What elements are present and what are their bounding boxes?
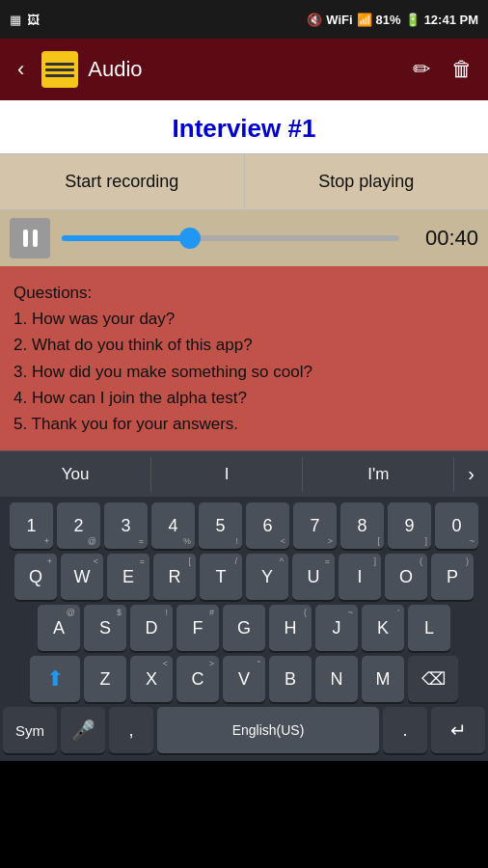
slider-thumb: [179, 228, 201, 249]
photo-icon: 🖼: [27, 13, 40, 27]
key-j[interactable]: ~J: [315, 605, 358, 651]
time: 12:41 PM: [424, 13, 478, 27]
key-1[interactable]: 1+: [10, 502, 53, 549]
asdf-row: @A $S !D #F G (H ~J 'K L: [3, 605, 485, 651]
key-w[interactable]: <W: [61, 554, 103, 600]
delete-icon[interactable]: 🗑: [446, 51, 478, 88]
playback-row: 00:40: [0, 209, 488, 266]
key-v[interactable]: "V: [223, 656, 265, 702]
mic-icon: 🎤: [71, 719, 95, 742]
notification-icon: ▦: [10, 13, 21, 27]
app-title: Audio: [88, 57, 407, 82]
period-button[interactable]: .: [383, 707, 427, 753]
key-e[interactable]: =E: [107, 554, 149, 600]
enter-button[interactable]: ↵: [431, 707, 485, 753]
questions-text: Questions: 1. How was your day? 2. What …: [14, 280, 474, 437]
key-f[interactable]: #F: [176, 605, 219, 651]
space-button[interactable]: English(US): [157, 707, 379, 753]
key-x[interactable]: <X: [130, 656, 173, 702]
key-s[interactable]: $S: [84, 605, 126, 651]
key-i[interactable]: ]I: [339, 554, 381, 600]
qwerty-row: +Q <W =E [R /T ^Y =U ]I (O )P: [3, 554, 485, 600]
keyboard: 1+ 2@ 3= 4% 5! 6< 7> 8[ 9] 0~ +Q <W =E […: [0, 497, 488, 761]
battery-icon: 🔋: [405, 13, 420, 27]
key-2[interactable]: 2@: [57, 502, 100, 549]
questions-area: Questions: 1. How was your day? 2. What …: [0, 266, 488, 450]
buttons-row: Start recording Stop playing: [0, 153, 488, 209]
sym-button[interactable]: Sym: [3, 707, 57, 753]
start-recording-button[interactable]: Start recording: [0, 154, 245, 209]
bottom-row: Sym 🎤 , English(US) . ↵: [3, 707, 485, 753]
key-q[interactable]: +Q: [14, 554, 57, 600]
status-icons: ▦ 🖼: [10, 13, 40, 27]
autocomplete-im[interactable]: I'm: [303, 457, 454, 492]
key-p[interactable]: )P: [431, 554, 474, 600]
key-d[interactable]: !D: [130, 605, 173, 651]
app-icon: [41, 51, 78, 88]
key-g[interactable]: G: [223, 605, 265, 651]
key-l[interactable]: L: [408, 605, 450, 651]
number-row: 1+ 2@ 3= 4% 5! 6< 7> 8[ 9] 0~: [3, 502, 485, 549]
interview-title: Interview #1: [0, 100, 488, 153]
key-y[interactable]: ^Y: [246, 554, 288, 600]
pause-button[interactable]: [10, 218, 50, 258]
backspace-button[interactable]: ⌫: [408, 656, 458, 702]
playback-slider[interactable]: [62, 235, 399, 241]
comma-button[interactable]: ,: [109, 707, 153, 753]
key-t[interactable]: /T: [200, 554, 242, 600]
back-button[interactable]: ‹: [10, 49, 32, 90]
autocomplete-arrow[interactable]: ›: [454, 455, 488, 493]
status-bar: ▦ 🖼 🔇 WiFi 📶 81% 🔋 12:41 PM: [0, 0, 488, 39]
zxcv-row: ⬆ Z <X >C "V B N M ⌫: [3, 656, 485, 702]
shift-icon: ⬆: [46, 666, 64, 692]
key-6[interactable]: 6<: [246, 502, 289, 549]
key-h[interactable]: (H: [269, 605, 312, 651]
time-display: 00:40: [411, 226, 478, 251]
key-k[interactable]: 'K: [362, 605, 404, 651]
key-r[interactable]: [R: [153, 554, 196, 600]
key-n[interactable]: N: [315, 656, 358, 702]
slider-fill: [62, 235, 190, 241]
key-9[interactable]: 9]: [388, 502, 431, 549]
pause-icon: [23, 230, 38, 247]
key-z[interactable]: Z: [84, 656, 126, 702]
key-b[interactable]: B: [269, 656, 312, 702]
key-8[interactable]: 8[: [340, 502, 384, 549]
key-0[interactable]: 0~: [435, 502, 478, 549]
key-m[interactable]: M: [362, 656, 404, 702]
status-right: 🔇 WiFi 📶 81% 🔋 12:41 PM: [307, 13, 478, 27]
battery-percent: 81%: [376, 13, 401, 27]
autocomplete-i[interactable]: I: [151, 457, 303, 492]
key-u[interactable]: =U: [292, 554, 335, 600]
stop-playing-button[interactable]: Stop playing: [245, 154, 489, 209]
key-a[interactable]: @A: [38, 605, 80, 651]
key-4[interactable]: 4%: [151, 502, 195, 549]
shift-button[interactable]: ⬆: [30, 656, 80, 702]
key-7[interactable]: 7>: [293, 502, 337, 549]
key-c[interactable]: >C: [176, 656, 219, 702]
wifi-icon: WiFi: [326, 13, 352, 27]
key-5[interactable]: 5!: [199, 502, 242, 549]
autocomplete-you[interactable]: You: [0, 457, 151, 492]
key-o[interactable]: (O: [385, 554, 427, 600]
mic-button[interactable]: 🎤: [61, 707, 105, 753]
app-bar: ‹ Audio ✏ 🗑: [0, 39, 488, 100]
mute-icon: 🔇: [307, 13, 322, 27]
signal-icon: 📶: [357, 13, 372, 27]
edit-icon[interactable]: ✏: [407, 51, 436, 88]
key-3[interactable]: 3=: [104, 502, 148, 549]
autocomplete-bar: You I I'm ›: [0, 450, 488, 497]
toolbar-right: ✏ 🗑: [407, 51, 478, 88]
